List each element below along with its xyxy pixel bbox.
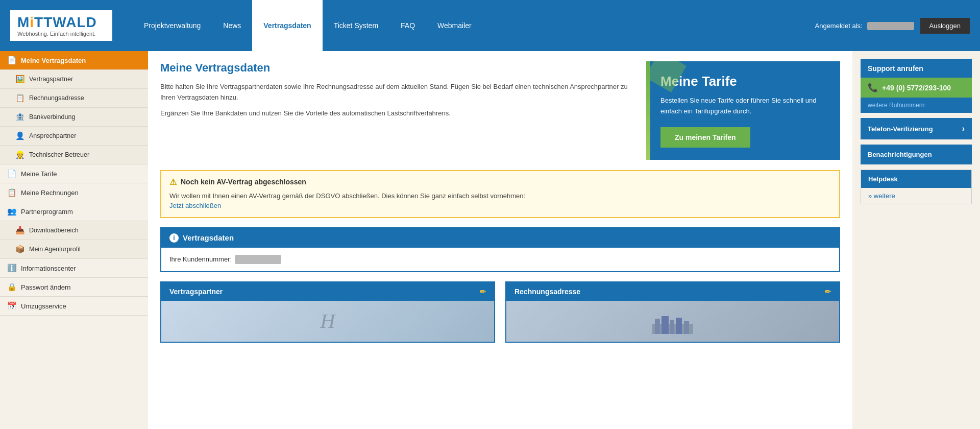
vertragsdaten-section: i Vertragsdaten Ihre Kundennummer: █████… [160,227,840,272]
card-img-placeholder-vertragspartner: H [161,301,494,342]
sidebar-item-meine-rechnungen[interactable]: 📋Meine Rechnungen [0,183,148,202]
tarife-desc: Bestellen Sie neue Tarife oder führen Si… [660,96,826,117]
sidebar-item-partnerprogramm[interactable]: 👥Partnerprogramm [0,202,148,221]
helpdesk-more-link[interactable]: » weitere [868,192,895,200]
right-sidebar: Support anrufen 📞 +49 (0) 5772/293-100 w… [852,51,980,429]
section-title: Vertragsdaten [183,233,234,242]
card-image-rechnungsadresse [506,301,839,342]
benachrichtigungen-btn[interactable]: Benachrichtigungen [861,145,972,164]
sidebar-item-bankverbindung[interactable]: 🏦Bankverbindung [0,108,148,127]
sidebar-icon: 👤 [15,131,25,140]
sidebar-item-umzugsservice[interactable]: 📅Umzugsservice [0,297,148,316]
left-panel: Meine Vertragsdaten Bitte halten Sie Ihr… [160,61,636,160]
sidebar-item-technischer-betreuer[interactable]: 👷Technischer Betreuer [0,146,148,164]
chevron-right-icon: › [962,124,965,133]
angemeldet-label: Angemeldet als: ████ [815,22,914,30]
support-title: Support anrufen [861,59,972,78]
phone-icon: 📞 [868,83,878,92]
main-nav: ProjektverwaltungNewsVertragsdatenTicket… [133,0,815,51]
card-edit-icon-vertragspartner[interactable]: ✏ [480,288,486,296]
warning-header: ⚠ Noch kein AV-Vertrag abgeschlossen [169,177,831,187]
sidebar-icon: 📦 [15,245,25,254]
main-content: Meine Vertragsdaten Bitte halten Sie Ihr… [148,51,852,429]
sidebar-icon: 🔒 [7,282,17,292]
logo-text: MiTTWALD [17,14,105,31]
section-content: Ihre Kundennummer: ██████ [161,248,839,271]
helpdesk-link: » weitere [861,188,971,204]
sidebar-item-passwort-aendern[interactable]: 🔒Passwort ändern [0,278,148,297]
helpdesk-title: Helpdesk [861,170,971,188]
sidebar: 📄Meine Vertragsdaten🖼️Vertragspartner📋Re… [0,51,148,429]
logo-subtitle: Webhosting. Einfach intelligent. [17,31,105,37]
warning-text: Wir wollen mit Ihnen einen AV-Vertrag ge… [169,191,831,211]
card-title-vertragspartner: Vertragspartner [169,288,223,296]
logo: MiTTWALD Webhosting. Einfach intelligent… [10,10,112,41]
svg-rect-2 [662,316,669,334]
more-numbers: weitere Rufnummern [861,98,972,113]
sidebar-icon: 🏦 [15,112,25,122]
sidebar-icon: 📋 [15,93,25,103]
kundennummer-label: Ihre Kundennummer: [169,255,232,263]
page-desc-1: Bitte halten Sie Ihre Vertragspartnerdat… [160,82,636,103]
sidebar-item-meine-vertragsdaten[interactable]: 📄Meine Vertragsdaten [0,51,148,70]
nav-item-faq[interactable]: FAQ [389,0,426,51]
sidebar-item-meine-tarife[interactable]: 📄Meine Tarife [0,164,148,183]
sidebar-icon: 📋 [7,188,17,197]
info-icon: i [169,233,179,243]
warning-box: ⚠ Noch kein AV-Vertrag abgeschlossen Wir… [160,170,840,218]
nav-item-projektverwaltung[interactable]: Projektverwaltung [133,0,212,51]
svg-rect-3 [670,320,674,334]
section-header: i Vertragsdaten [161,228,839,248]
header: MiTTWALD Webhosting. Einfach intelligent… [0,0,980,51]
logout-button[interactable]: Ausloggen [920,18,970,34]
sidebar-item-mein-agenturprofil[interactable]: 📦Mein Agenturprofil [0,240,148,259]
nav-item-news[interactable]: News [212,0,252,51]
card-title-rechnungsadresse: Rechnungsadresse [514,288,580,296]
nav-item-ticket-system[interactable]: Ticket System [323,0,389,51]
warning-title: Noch kein AV-Vertrag abgeschlossen [181,178,306,186]
kundennummer-value: ██████ [235,255,281,264]
sidebar-icon: 📥 [15,226,25,235]
card-header-rechnungsadresse: Rechnungsadresse ✏ [506,282,839,301]
main-layout: 📄Meine Vertragsdaten🖼️Vertragspartner📋Re… [0,51,980,429]
sidebar-item-ansprechpartner[interactable]: 👤Ansprechpartner [0,127,148,146]
tarife-box: Meine Tarife Bestellen Sie neue Tarife o… [646,61,840,160]
card-image-vertragspartner: H [161,301,494,342]
page-desc-2: Ergänzen Sie Ihre Bankdaten und nutzen S… [160,108,636,119]
tarife-button[interactable]: Zu meinen Tarifen [660,127,750,148]
sidebar-icon: 📄 [7,169,17,178]
warning-icon: ⚠ [169,177,177,187]
card-edit-icon-rechnungsadresse[interactable]: ✏ [825,288,831,296]
sidebar-icon: 📄 [7,56,17,65]
card-rechnungsadresse: Rechnungsadresse ✏ [505,281,840,343]
svg-rect-1 [655,319,660,334]
phone-row[interactable]: 📞 +49 (0) 5772/293-100 [861,78,972,98]
helpdesk-box: Helpdesk » weitere [861,170,972,204]
support-box: Support anrufen 📞 +49 (0) 5772/293-100 w… [861,59,972,113]
card-header-vertragspartner: Vertragspartner ✏ [161,282,494,301]
city-skyline-icon [652,308,693,334]
phone-number: +49 (0) 5772/293-100 [882,84,951,92]
tarife-title: Meine Tarife [660,74,826,89]
sidebar-icon: 👥 [7,207,17,216]
nav-item-vertragsdaten[interactable]: Vertragsdaten [252,0,322,51]
svg-rect-5 [684,321,689,334]
sidebar-icon: 👷 [15,150,25,159]
sidebar-icon: 🖼️ [15,75,25,84]
top-section: Meine Vertragsdaten Bitte halten Sie Ihr… [160,61,840,160]
sidebar-item-rechnungsadresse[interactable]: 📋Rechnungsadresse [0,89,148,108]
sidebar-item-downloadbereich[interactable]: 📥Downloadbereich [0,221,148,240]
svg-rect-4 [676,318,682,334]
card-img-placeholder-rechnungsadresse [506,301,839,342]
sidebar-item-informationscenter[interactable]: ℹ️Informationscenter [0,259,148,278]
sidebar-item-vertragspartner[interactable]: 🖼️Vertragspartner [0,70,148,89]
cards-row: Vertragspartner ✏ H Rechnungsadresse ✏ [160,281,840,343]
telefon-verifizierung-btn[interactable]: Telefon-Verifizierung › [861,118,972,139]
sidebar-icon: ℹ️ [7,264,17,273]
more-numbers-link[interactable]: weitere Rufnummern [868,102,924,109]
page-title: Meine Vertragsdaten [160,61,636,75]
sidebar-icon: 📅 [7,301,17,311]
warning-link[interactable]: Jetzt abschließen [169,202,221,209]
header-right: Angemeldet als: ████ Ausloggen [815,18,970,34]
nav-item-webmailer[interactable]: Webmailer [426,0,483,51]
